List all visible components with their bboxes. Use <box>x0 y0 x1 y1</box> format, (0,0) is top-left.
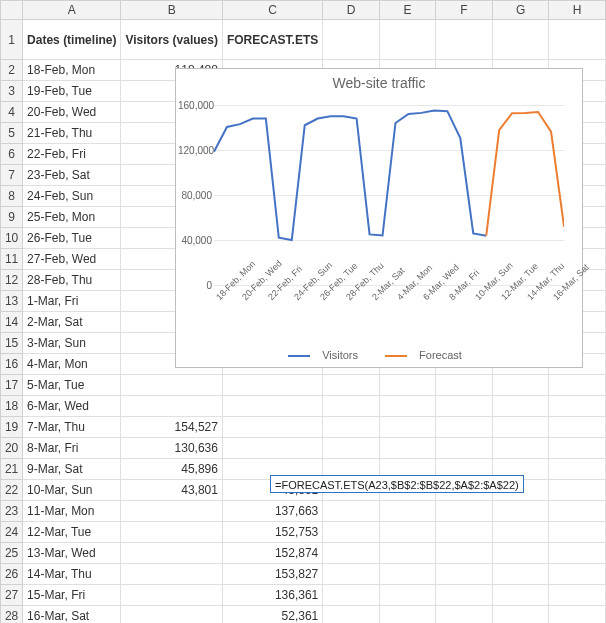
cell-D24[interactable] <box>323 522 380 543</box>
cell-H23[interactable] <box>549 501 606 522</box>
cell-H28[interactable] <box>549 606 606 624</box>
row-header-9[interactable]: 9 <box>1 207 23 228</box>
cell-A28[interactable]: 16-Mar, Sat <box>23 606 121 624</box>
table-row[interactable]: 19 7-Mar, Thu 154,527 <box>1 417 606 438</box>
cell-G23[interactable] <box>492 501 549 522</box>
cell-G17[interactable] <box>492 375 549 396</box>
cell-C24[interactable]: 152,753 <box>222 522 322 543</box>
cell-A7[interactable]: 23-Feb, Sat <box>23 165 121 186</box>
col-header-A[interactable]: A <box>23 1 121 20</box>
cell-F24[interactable] <box>436 522 492 543</box>
cell-E18[interactable] <box>379 396 435 417</box>
cell-A21[interactable]: 9-Mar, Sat <box>23 459 121 480</box>
row-header-3[interactable]: 3 <box>1 81 23 102</box>
row-header-5[interactable]: 5 <box>1 123 23 144</box>
row-header-11[interactable]: 11 <box>1 249 23 270</box>
cell-E28[interactable] <box>379 606 435 624</box>
table-row[interactable]: 26 14-Mar, Thu 153,827 <box>1 564 606 585</box>
cell-B23[interactable] <box>121 501 222 522</box>
col-header-G[interactable]: G <box>492 1 549 20</box>
cell-G18[interactable] <box>492 396 549 417</box>
cell-H18[interactable] <box>549 396 606 417</box>
cell-D27[interactable] <box>323 585 380 606</box>
cell-A12[interactable]: 28-Feb, Thu <box>23 270 121 291</box>
table-row[interactable]: 20 8-Mar, Fri 130,636 <box>1 438 606 459</box>
cell-A17[interactable]: 5-Mar, Tue <box>23 375 121 396</box>
row-header-20[interactable]: 20 <box>1 438 23 459</box>
row-header-23[interactable]: 23 <box>1 501 23 522</box>
col-header-E[interactable]: E <box>379 1 435 20</box>
cell-A4[interactable]: 20-Feb, Wed <box>23 102 121 123</box>
col-header-B[interactable]: B <box>121 1 222 20</box>
cell-H22[interactable] <box>549 480 606 501</box>
row-header-6[interactable]: 6 <box>1 144 23 165</box>
cell-F23[interactable] <box>436 501 492 522</box>
cell-H25[interactable] <box>549 543 606 564</box>
cell-A5[interactable]: 21-Feb, Thu <box>23 123 121 144</box>
cell-D28[interactable] <box>323 606 380 624</box>
cell-B20[interactable]: 130,636 <box>121 438 222 459</box>
cell-G26[interactable] <box>492 564 549 585</box>
cell-E27[interactable] <box>379 585 435 606</box>
col-header-D[interactable]: D <box>323 1 380 20</box>
cell-B24[interactable] <box>121 522 222 543</box>
cell-A23[interactable]: 11-Mar, Mon <box>23 501 121 522</box>
cell-D26[interactable] <box>323 564 380 585</box>
cell-D18[interactable] <box>323 396 380 417</box>
cell-G24[interactable] <box>492 522 549 543</box>
chart-object[interactable]: Web-site traffic 040,00080,000120,000160… <box>175 68 583 368</box>
cell-G27[interactable] <box>492 585 549 606</box>
cell-A14[interactable]: 2-Mar, Sat <box>23 312 121 333</box>
cell-F28[interactable] <box>436 606 492 624</box>
cell-C20[interactable] <box>222 438 322 459</box>
cell-E1[interactable] <box>379 20 435 60</box>
cell-H1[interactable] <box>549 20 606 60</box>
cell-G1[interactable] <box>492 20 549 60</box>
cell-B28[interactable] <box>121 606 222 624</box>
cell-G28[interactable] <box>492 606 549 624</box>
cell-A9[interactable]: 25-Feb, Mon <box>23 207 121 228</box>
cell-H20[interactable] <box>549 438 606 459</box>
row-header-7[interactable]: 7 <box>1 165 23 186</box>
cell-B21[interactable]: 45,896 <box>121 459 222 480</box>
row-header-13[interactable]: 13 <box>1 291 23 312</box>
cell-G19[interactable] <box>492 417 549 438</box>
cell-D17[interactable] <box>323 375 380 396</box>
cell-B1[interactable]: Visitors (values) <box>121 20 222 60</box>
cell-A3[interactable]: 19-Feb, Tue <box>23 81 121 102</box>
cell-A10[interactable]: 26-Feb, Tue <box>23 228 121 249</box>
row-header-24[interactable]: 24 <box>1 522 23 543</box>
cell-C1[interactable]: FORECAST.ETS <box>222 20 322 60</box>
row-header-21[interactable]: 21 <box>1 459 23 480</box>
row-header-25[interactable]: 25 <box>1 543 23 564</box>
cell-A13[interactable]: 1-Mar, Fri <box>23 291 121 312</box>
cell-A15[interactable]: 3-Mar, Sun <box>23 333 121 354</box>
row-header-14[interactable]: 14 <box>1 312 23 333</box>
cell-E24[interactable] <box>379 522 435 543</box>
cell-A2[interactable]: 18-Feb, Mon <box>23 60 121 81</box>
cell-C27[interactable]: 136,361 <box>222 585 322 606</box>
cell-C28[interactable]: 52,361 <box>222 606 322 624</box>
row-header-12[interactable]: 12 <box>1 270 23 291</box>
row-header-28[interactable]: 28 <box>1 606 23 624</box>
cell-B19[interactable]: 154,527 <box>121 417 222 438</box>
cell-B18[interactable] <box>121 396 222 417</box>
col-header-C[interactable]: C <box>222 1 322 20</box>
table-row[interactable]: 28 16-Mar, Sat 52,361 <box>1 606 606 624</box>
cell-E20[interactable] <box>379 438 435 459</box>
cell-D23[interactable] <box>323 501 380 522</box>
cell-A11[interactable]: 27-Feb, Wed <box>23 249 121 270</box>
cell-G20[interactable] <box>492 438 549 459</box>
cell-F1[interactable] <box>436 20 492 60</box>
row-header-8[interactable]: 8 <box>1 186 23 207</box>
cell-F25[interactable] <box>436 543 492 564</box>
cell-B22[interactable]: 43,801 <box>121 480 222 501</box>
cell-F18[interactable] <box>436 396 492 417</box>
table-row[interactable]: 23 11-Mar, Mon 137,663 <box>1 501 606 522</box>
cell-F27[interactable] <box>436 585 492 606</box>
cell-A16[interactable]: 4-Mar, Mon <box>23 354 121 375</box>
row-header-2[interactable]: 2 <box>1 60 23 81</box>
row-header-18[interactable]: 18 <box>1 396 23 417</box>
cell-E17[interactable] <box>379 375 435 396</box>
cell-H17[interactable] <box>549 375 606 396</box>
